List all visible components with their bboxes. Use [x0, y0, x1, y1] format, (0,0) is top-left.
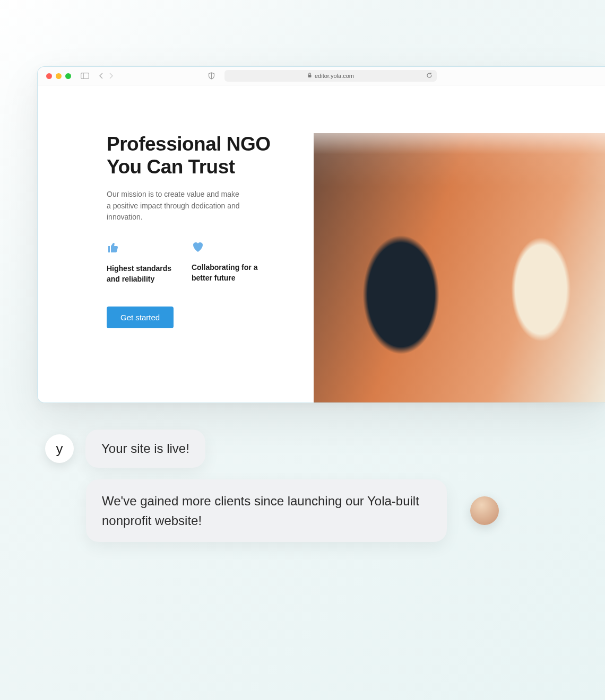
chat-row-user: We've gained more clients since launchin… [86, 479, 605, 542]
shield-icon[interactable] [208, 72, 215, 80]
page-subtitle: Our mission is to create value and make … [107, 189, 245, 223]
window-controls [46, 73, 71, 79]
close-window-button[interactable] [46, 73, 52, 79]
feature-label: Highest standards and reliability [107, 264, 176, 284]
feature-label: Collaborating for a better future [192, 262, 261, 283]
yola-avatar: y [45, 434, 74, 463]
chat-area: y Your site is live! We've gained more c… [45, 430, 605, 554]
hero-text-column: Professional NGO You Can Trust Our missi… [107, 133, 282, 402]
address-bar[interactable]: editor.yola.com [224, 70, 437, 82]
minimize-window-button[interactable] [56, 73, 62, 79]
feature-item: Highest standards and reliability [107, 241, 176, 284]
user-avatar [470, 496, 499, 525]
svg-rect-0 [81, 73, 89, 79]
yola-logo-glyph: y [56, 441, 63, 457]
get-started-button[interactable]: Get started [107, 307, 174, 328]
back-button[interactable] [99, 73, 103, 79]
forward-button[interactable] [109, 73, 114, 79]
chat-bubble-user: We've gained more clients since launchin… [86, 479, 447, 542]
heart-icon [192, 241, 261, 255]
svg-rect-3 [308, 75, 312, 77]
maximize-window-button[interactable] [65, 73, 71, 79]
chat-bubble-system: Your site is live! [85, 430, 205, 468]
lock-icon [307, 73, 312, 79]
address-url: editor.yola.com [315, 73, 354, 79]
page-title: Professional NGO You Can Trust [107, 133, 282, 178]
features-row: Highest standards and reliability Collab… [107, 241, 282, 284]
refresh-icon[interactable] [426, 72, 433, 80]
browser-window: editor.yola.com Professional NGO You Can… [37, 66, 605, 403]
browser-toolbar: editor.yola.com [38, 67, 605, 85]
hero-image [314, 133, 605, 402]
page-content: Professional NGO You Can Trust Our missi… [38, 85, 605, 402]
chat-row-yola: y Your site is live! [45, 430, 605, 468]
sidebar-toggle-icon[interactable] [81, 73, 89, 79]
feature-item: Collaborating for a better future [192, 241, 261, 284]
thumbs-up-icon [107, 241, 176, 256]
